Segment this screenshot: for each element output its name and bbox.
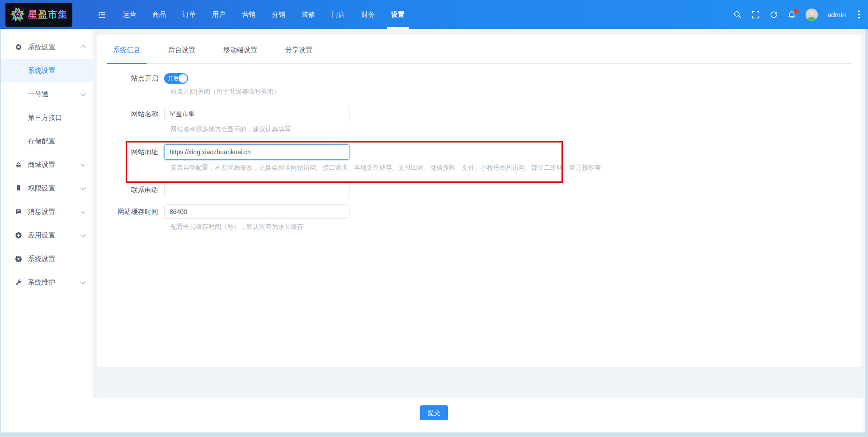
settings-tabs: 系统信息 后台设置 移动端设置 分享设置 bbox=[107, 35, 852, 64]
sidebar-item-label: 存储配置 bbox=[28, 137, 55, 146]
sidebar: 系统设置 系统设置 一号通 第三方接口 存储配置 商城设置 权限设置 bbox=[1, 29, 93, 432]
site-name-input[interactable] bbox=[164, 107, 349, 121]
sidebar-item-permission-settings[interactable]: 权限设置 bbox=[1, 176, 93, 200]
gear-icon bbox=[15, 255, 22, 262]
refresh-icon[interactable] bbox=[769, 10, 778, 19]
field-help: 配置全局缓存时间（秒），默认留空为永久缓存 bbox=[170, 223, 852, 231]
contact-phone-input[interactable] bbox=[164, 183, 349, 197]
sidebar-item-label: 第三方接口 bbox=[28, 114, 62, 122]
notification-badge bbox=[793, 9, 798, 14]
admin-app: 星盈市集 运营 商品 订单 用户 营销 分销 装修 门店 财务 设置 bbox=[0, 0, 868, 437]
submit-button[interactable]: 提交 bbox=[420, 405, 448, 420]
app-circle-icon bbox=[15, 232, 22, 239]
brand-logo[interactable]: 星盈市集 bbox=[5, 3, 72, 27]
fullscreen-icon[interactable] bbox=[751, 10, 760, 19]
sidebar-item-label: 一号通 bbox=[28, 90, 48, 99]
tab-system-info[interactable]: 系统信息 bbox=[107, 35, 146, 64]
form-row-cache-time: 网站缓存时间 配置全局缓存时间（秒），默认留空为永久缓存 bbox=[113, 204, 852, 231]
search-icon[interactable] bbox=[733, 10, 742, 19]
sidebar-item-label: 权限设置 bbox=[28, 184, 55, 193]
chevron-down-icon bbox=[80, 232, 85, 237]
sidebar-item-label: 商城设置 bbox=[28, 161, 55, 169]
avatar[interactable] bbox=[806, 9, 818, 21]
nav-item-operate[interactable]: 运营 bbox=[116, 0, 142, 29]
sidebar-item-label: 应用设置 bbox=[28, 231, 55, 240]
footer-bar bbox=[93, 398, 863, 432]
nav-item-stores[interactable]: 门店 bbox=[325, 0, 351, 29]
chevron-down-icon bbox=[80, 185, 85, 190]
sidebar-item-mall-settings[interactable]: 商城设置 bbox=[1, 153, 93, 176]
field-help: 网站名称很多地方会显示的，建议认真填写 bbox=[170, 125, 852, 133]
chevron-up-icon bbox=[80, 45, 85, 50]
tab-mobile-settings[interactable]: 移动端设置 bbox=[217, 35, 264, 64]
nav-item-users[interactable]: 用户 bbox=[206, 0, 232, 29]
left-edge-strip bbox=[0, 29, 1, 432]
nav-item-distribution[interactable]: 分销 bbox=[265, 0, 292, 29]
nav-item-orders[interactable]: 订单 bbox=[176, 0, 202, 29]
form-row-site-name: 网站名称 网站名称很多地方会显示的，建议认真填写 bbox=[113, 107, 852, 133]
nav-item-finance[interactable]: 财务 bbox=[355, 0, 381, 29]
chevron-down-icon bbox=[80, 279, 85, 284]
form-row-contact-phone: 联系电话 bbox=[113, 183, 852, 197]
horizontal-scrollbar[interactable] bbox=[0, 432, 868, 437]
field-label: 网站缓存时间 bbox=[113, 208, 158, 216]
chevron-down-icon bbox=[80, 162, 85, 166]
tab-share-settings[interactable]: 分享设置 bbox=[279, 35, 319, 64]
sidebar-item-yihaotong[interactable]: 一号通 bbox=[1, 82, 93, 106]
red-highlight-annotation bbox=[126, 141, 563, 183]
sidebar-item-system-settings-2[interactable]: 系统设置 bbox=[1, 247, 93, 271]
brand-name: 星盈市集 bbox=[28, 8, 68, 21]
field-help: 站点开始|关闭（用于升级等临时关闭） bbox=[170, 88, 852, 96]
sidebar-item-storage-config[interactable]: 存储配置 bbox=[1, 129, 93, 153]
site-open-toggle[interactable]: 开启 bbox=[164, 73, 188, 84]
sidebar-collapse-icon[interactable] bbox=[98, 10, 106, 19]
basket-icon bbox=[15, 161, 22, 168]
tab-backend-settings[interactable]: 后台设置 bbox=[162, 35, 202, 64]
more-menu-icon[interactable] bbox=[855, 9, 863, 20]
wrench-icon bbox=[15, 279, 22, 286]
bookmark-icon bbox=[15, 185, 22, 192]
sidebar-item-label: 系统设置 bbox=[28, 255, 55, 263]
sidebar-item-system-maintenance[interactable]: 系统维护 bbox=[1, 271, 93, 294]
sidebar-item-label: 系统维护 bbox=[28, 278, 55, 287]
field-label: 联系电话 bbox=[113, 186, 158, 195]
sidebar-item-label: 系统设置 bbox=[28, 66, 55, 75]
username-label[interactable]: admin bbox=[827, 11, 846, 19]
star-logo-icon bbox=[10, 7, 25, 22]
sidebar-item-app-settings[interactable]: 应用设置 bbox=[1, 223, 93, 247]
sidebar-item-system-settings[interactable]: 系统设置 bbox=[1, 59, 93, 82]
vertical-scrollbar[interactable] bbox=[865, 29, 868, 432]
nav-item-marketing[interactable]: 营销 bbox=[236, 0, 262, 29]
sidebar-item-label: 系统设置 bbox=[28, 43, 55, 52]
nav-item-decorate[interactable]: 装修 bbox=[295, 0, 321, 29]
message-icon bbox=[15, 208, 22, 215]
navbar-actions: admin bbox=[733, 0, 863, 29]
field-label: 网站名称 bbox=[113, 110, 158, 119]
settings-card: 系统信息 后台设置 移动端设置 分享设置 站点开启 开启 站点开始|关闭（用于升… bbox=[97, 35, 861, 367]
nav-item-goods[interactable]: 商品 bbox=[146, 0, 172, 29]
form-row-site-switch: 站点开启 开启 站点开始|关闭（用于升级等临时关闭） bbox=[113, 73, 852, 96]
chevron-down-icon bbox=[80, 91, 85, 96]
sidebar-item-third-party-api[interactable]: 第三方接口 bbox=[1, 106, 93, 129]
sidebar-item-message-settings[interactable]: 消息设置 bbox=[1, 200, 93, 223]
cache-time-input[interactable] bbox=[164, 204, 349, 219]
nav-item-settings[interactable]: 设置 bbox=[385, 0, 411, 29]
sidebar-item-label: 消息设置 bbox=[28, 208, 55, 216]
field-label: 站点开启 bbox=[113, 74, 158, 83]
top-navbar: 星盈市集 运营 商品 订单 用户 营销 分销 装修 门店 财务 设置 bbox=[0, 0, 868, 29]
sidebar-item-system-settings-group[interactable]: 系统设置 bbox=[1, 35, 93, 59]
toggle-knob bbox=[179, 74, 187, 83]
chevron-down-icon bbox=[80, 209, 85, 214]
toggle-on-label: 开启 bbox=[168, 75, 179, 82]
notification-bell-icon[interactable] bbox=[788, 10, 796, 19]
cog-wheel-icon bbox=[15, 43, 22, 51]
main-nav: 运营 商品 订单 用户 营销 分销 装修 门店 财务 设置 bbox=[116, 0, 415, 29]
